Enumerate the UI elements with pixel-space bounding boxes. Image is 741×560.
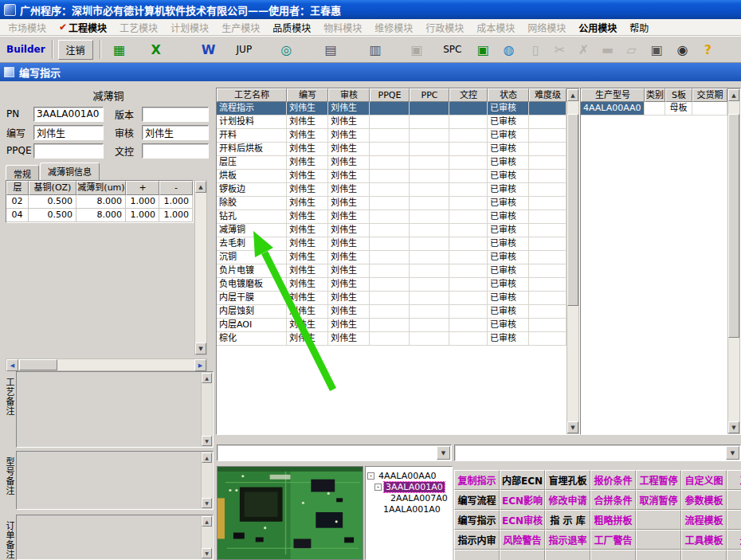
tree-node-1[interactable]: -3AALA001A0 <box>366 481 452 492</box>
action-button-r3c5[interactable]: 工具模板 <box>681 530 727 550</box>
action-button-r3c2[interactable]: 指示退率 <box>545 530 590 550</box>
scroll-down-button[interactable]: ▼ <box>202 436 212 446</box>
menu-item-plan[interactable]: 计划模块 <box>164 19 215 36</box>
tree-node-3[interactable]: 1AALA001A0 <box>366 503 452 515</box>
process-row-2[interactable]: 开料刘伟生刘伟生已审核 <box>217 129 579 143</box>
action-button-r0c2[interactable]: 盲埋孔板 <box>545 470 590 490</box>
process-row-15[interactable]: 内层蚀刻刘伟生刘伟生已审核 <box>217 305 579 319</box>
action-button-r2c3[interactable]: 粗略拼板 <box>590 510 636 530</box>
menu-item-market[interactable]: 市场模块 <box>2 19 53 36</box>
process-row-3[interactable]: 开料后烘板刘伟生刘伟生已审核 <box>217 143 579 156</box>
menu-item-craft[interactable]: 工艺模块 <box>113 19 164 36</box>
globe-icon[interactable]: ◍ <box>498 39 519 60</box>
scroll-track[interactable] <box>567 101 578 421</box>
action-button-r0c3[interactable]: 报价条件 <box>590 470 636 490</box>
note-order-scrollbar[interactable]: ▲ ▼ <box>201 516 212 558</box>
process-row-1[interactable]: 计划投料刘伟生刘伟生已审核 <box>217 116 579 129</box>
action-button-r1c4[interactable]: 取消暂停 <box>636 490 681 510</box>
process-row-14[interactable]: 内层干膜刘伟生刘伟生已审核 <box>217 292 579 305</box>
menu-item-material[interactable]: 物料模块 <box>317 19 368 36</box>
process-row-11[interactable]: 沉铜刘伟生刘伟生已审核 <box>217 251 579 264</box>
logout-button[interactable]: 注销 <box>58 40 93 60</box>
scroll-track[interactable] <box>728 101 739 421</box>
menu-item-network[interactable]: 网络模块 <box>521 19 572 36</box>
excel-icon[interactable]: X <box>146 39 167 60</box>
field-doccontrol[interactable] <box>142 143 209 159</box>
action-button-r3c0[interactable]: 指示内审 <box>454 530 500 550</box>
action-button-r3c6[interactable]: 光绘 <box>727 530 741 550</box>
scroll-track[interactable] <box>195 193 206 343</box>
copper-row-1[interactable]: 040.5008.0001.0001.000 <box>6 209 193 222</box>
word-icon[interactable]: W <box>198 39 219 60</box>
process-row-0[interactable]: 流程指示刘伟生刘伟生已审核 <box>217 102 579 116</box>
process-row-8[interactable]: 钻孔刘伟生刘伟生已审核 <box>217 210 579 224</box>
note-process-scrollbar[interactable]: ▲ ▼ <box>201 373 212 446</box>
copper-table-hscroll[interactable]: ◀▶ <box>6 358 207 371</box>
process-row-7[interactable]: 除胶刘伟生刘伟生已审核 <box>217 197 579 210</box>
action-button-r0c5[interactable]: 自定义图 <box>681 470 727 490</box>
help-icon[interactable]: ? <box>697 39 718 60</box>
menu-item-quality[interactable]: 品质模块 <box>266 19 317 36</box>
scroll-down-button[interactable]: ▼ <box>728 421 739 433</box>
menu-item-cost[interactable]: 成本模块 <box>470 19 521 36</box>
action-button-r0c4[interactable]: 工程暂停 <box>636 470 681 490</box>
copper-table-vscroll[interactable]: ▲▼ <box>194 180 207 355</box>
form-grid-icon[interactable]: ▦ <box>109 39 130 60</box>
scroll-thumb[interactable] <box>19 359 57 370</box>
action-button-r2c1[interactable]: ECN审核 <box>500 510 545 530</box>
action-button-r3c3[interactable]: 工厂警告 <box>590 530 636 550</box>
action-button-r3c1[interactable]: 风险警告 <box>500 530 545 550</box>
process-row-5[interactable]: 烘板刘伟生刘伟生已审核 <box>217 170 579 183</box>
tree-node-0[interactable]: -4AALA00AA0 <box>366 470 452 481</box>
action-button-r2c5[interactable]: 流程模板 <box>681 510 727 530</box>
action-combo-dropdown-button[interactable]: ▼ <box>726 446 739 460</box>
menu-item-maintenance[interactable]: 维修模块 <box>368 19 419 36</box>
note-model-scrollbar[interactable]: ▲ ▼ <box>201 452 212 508</box>
note-order-box[interactable]: ▲ ▼ <box>16 515 214 560</box>
model-grid-vscroll[interactable]: ▲▼ <box>727 88 740 434</box>
note-model-box[interactable]: ▲ ▼ <box>16 451 214 510</box>
model-combo[interactable]: ▼ <box>217 444 452 461</box>
action-button-r0c6[interactable]: 工艺 <box>727 470 741 490</box>
tree-node-2[interactable]: 2AALA007A0 <box>366 492 452 503</box>
scroll-up-button[interactable]: ▲ <box>195 181 206 193</box>
action-button-r2c2[interactable]: 指 示 库 <box>545 510 590 530</box>
field-version[interactable] <box>142 107 209 122</box>
action-button-r1c5[interactable]: 参数模板 <box>681 490 727 510</box>
action-button-r1c2[interactable]: 修改申请 <box>545 490 590 510</box>
process-row-12[interactable]: 负片电镀刘伟生刘伟生已审核 <box>217 264 579 278</box>
scroll-thumb[interactable] <box>728 114 739 338</box>
scroll-down-button[interactable]: ▼ <box>195 343 206 354</box>
menu-item-engineering[interactable]: ✔工程模块 <box>53 19 113 36</box>
process-row-17[interactable]: 棕化刘伟生刘伟生已审核 <box>217 332 579 346</box>
find-icon[interactable]: ◉ <box>672 39 692 60</box>
field-auditor[interactable]: 刘伟生 <box>142 125 209 140</box>
action-button-r1c0[interactable]: 编写流程 <box>454 490 500 510</box>
action-button-r0c0[interactable]: 复制指示 <box>454 470 500 490</box>
tree-expand-icon[interactable]: - <box>374 484 382 491</box>
scroll-track[interactable] <box>18 359 194 370</box>
ledger-icon[interactable]: ▥ <box>365 39 386 60</box>
model-row-0[interactable]: 4AALA00AA0母板 <box>581 102 740 116</box>
scroll-down-button[interactable]: ▼ <box>202 548 212 558</box>
scroll-thumb[interactable] <box>567 114 578 306</box>
menu-item-common[interactable]: 公用模块 <box>572 19 623 36</box>
field-pn[interactable]: 3AALA001A0 <box>33 107 104 122</box>
action-button-r1c1[interactable]: ECN影响 <box>500 490 545 510</box>
menu-item-production[interactable]: 生产模块 <box>215 19 266 36</box>
scroll-down-button[interactable]: ▼ <box>202 498 212 508</box>
scroll-up-button[interactable]: ▲ <box>567 89 578 101</box>
action-combo[interactable]: ▼ <box>454 444 741 461</box>
process-row-6[interactable]: 锣板边刘伟生刘伟生已审核 <box>217 183 579 197</box>
title-bar[interactable]: 广州程序：深圳市必有德计算机软件技术有限公司——使用者：王春惠 <box>0 0 741 19</box>
process-row-16[interactable]: 内层AOI刘伟生刘伟生已审核 <box>217 319 579 332</box>
scroll-up-button[interactable]: ▲ <box>202 373 212 383</box>
action-button-r0c1[interactable]: 内部ECN <box>500 470 545 490</box>
note-process-box[interactable]: ▲ ▼ <box>16 371 214 448</box>
menu-item-admin[interactable]: 行政模块 <box>419 19 470 36</box>
process-row-13[interactable]: 负电镀磨板刘伟生刘伟生已审核 <box>217 278 579 292</box>
action-button-r1c3[interactable]: 合拼条件 <box>590 490 636 510</box>
process-row-4[interactable]: 层压刘伟生刘伟生已审核 <box>217 156 579 170</box>
print-icon[interactable]: ▣ <box>646 39 667 60</box>
copper-row-0[interactable]: 020.5008.0001.0001.000 <box>6 195 193 209</box>
